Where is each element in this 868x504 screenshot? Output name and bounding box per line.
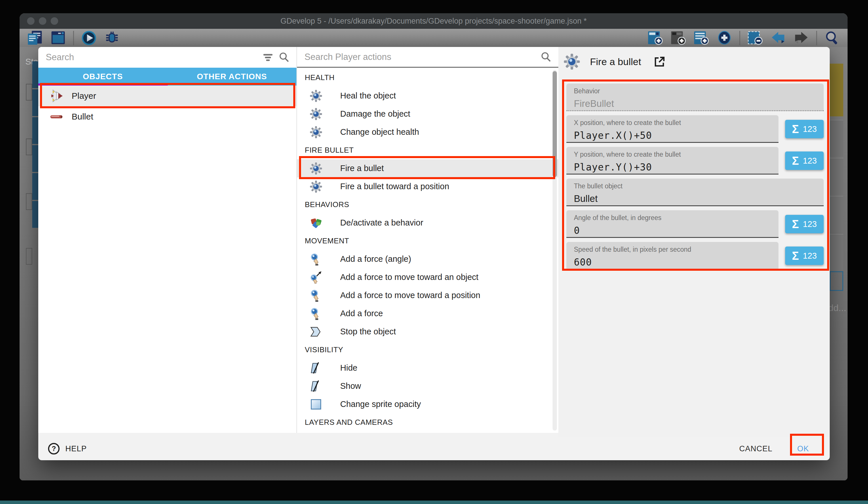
action-inspector-panel: Fire a bullet Behavior FireBullet X posi… xyxy=(558,47,830,437)
scene-editor-icon[interactable] xyxy=(50,30,66,46)
redo-icon[interactable] xyxy=(793,30,809,46)
action-item[interactable]: De/activate a behavior xyxy=(297,214,558,232)
event-block xyxy=(32,117,38,144)
object-item-player[interactable]: Player xyxy=(38,85,297,106)
actions-search-input[interactable] xyxy=(304,52,535,62)
section-header: MOVEMENT xyxy=(297,232,558,250)
tab-other-actions[interactable]: OTHER ACTIONS xyxy=(167,68,297,85)
undo-icon[interactable] xyxy=(770,30,786,46)
parameter-value[interactable]: Player.X()+50 xyxy=(574,130,771,141)
parameter-label: Behavior xyxy=(574,87,816,95)
action-item[interactable]: Damage the object xyxy=(297,105,558,123)
titlebar: GDevelop 5 - /Users/dkarakay/Documents/G… xyxy=(20,13,848,29)
event-block xyxy=(32,173,38,200)
dialog-footer: ? HELP CANCEL OK xyxy=(38,437,830,460)
section-header: VISIBILITY xyxy=(297,341,558,359)
actions-scrollbar[interactable] xyxy=(552,70,557,431)
event-block xyxy=(32,201,38,228)
objects-search-input[interactable] xyxy=(45,52,257,63)
parameter-value[interactable]: Player.Y()+30 xyxy=(574,162,771,173)
action-label: De/activate a behavior xyxy=(340,218,423,228)
desktop: GDevelop 5 - /Users/dkarakay/Documents/G… xyxy=(0,0,868,504)
gear-icon xyxy=(310,90,322,102)
svg-text:?: ? xyxy=(52,445,56,452)
action-item[interactable]: Fire a bullet toward a position xyxy=(297,178,558,195)
add-circle-icon[interactable] xyxy=(716,30,732,46)
action-item[interactable]: Fire a bullet xyxy=(297,159,558,178)
parameter-row: Speed of the bullet, in pixels per secon… xyxy=(566,242,824,270)
expression-editor-button[interactable]: Σ 123 xyxy=(785,120,824,138)
action-item[interactable]: Hide xyxy=(297,359,558,377)
action-editor-dialog: OBJECTS OTHER ACTIONS Player Bullet HEAL… xyxy=(38,47,830,460)
action-item[interactable]: Add a force xyxy=(297,304,558,323)
parameter-field[interactable]: Y position, where to create the bullet P… xyxy=(566,147,778,174)
gdevelop-window: GDevelop 5 - /Users/dkarakay/Documents/G… xyxy=(20,13,848,480)
toolbar-divider xyxy=(740,31,740,45)
main-toolbar xyxy=(20,29,848,47)
parameter-label: X position, where to create the bullet xyxy=(574,119,771,127)
force-icon xyxy=(310,289,322,302)
event-condition-box xyxy=(26,193,32,210)
actions-search-bar xyxy=(297,47,558,68)
action-item[interactable]: Add a force to move toward an object xyxy=(297,268,558,286)
action-label: Change object health xyxy=(340,127,419,137)
parameter-label: The bullet object xyxy=(574,182,816,190)
event-condition-box xyxy=(26,248,32,265)
expression-editor-button[interactable]: Σ 123 xyxy=(785,246,824,265)
parameter-field[interactable]: Angle of the bullet, in degrees 0 xyxy=(566,210,778,238)
remove-event-icon[interactable] xyxy=(747,30,763,46)
action-item[interactable]: Add a force (angle) xyxy=(297,250,558,268)
parameter-field[interactable]: Speed of the bullet, in pixels per secon… xyxy=(566,242,778,270)
object-label: Bullet xyxy=(72,112,93,122)
search-icon[interactable] xyxy=(824,30,840,46)
action-label: Add a force to move toward an object xyxy=(340,272,478,282)
object-item-bullet[interactable]: Bullet xyxy=(38,106,297,127)
inspector-header: Fire a bullet xyxy=(564,53,666,70)
parameter-row: Behavior FireBullet xyxy=(566,83,824,111)
add-event-icon[interactable] xyxy=(647,30,663,46)
event-row-remnant xyxy=(830,120,843,157)
gear-icon xyxy=(564,53,580,70)
parameter-value[interactable]: 600 xyxy=(574,256,771,268)
debug-icon[interactable] xyxy=(104,30,120,46)
action-label: Stop the object xyxy=(340,327,396,336)
parameter-row: Angle of the bullet, in degrees 0 Σ 123 xyxy=(566,210,824,238)
action-label: Add a force to move toward a position xyxy=(340,291,480,300)
add-comment-icon[interactable] xyxy=(670,30,686,46)
cancel-button[interactable]: CANCEL xyxy=(739,444,773,453)
force-icon xyxy=(310,253,322,265)
events-sheet-icon[interactable] xyxy=(27,30,43,46)
tab-objects[interactable]: OBJECTS xyxy=(38,68,167,85)
parameter-field[interactable]: The bullet object Bullet xyxy=(566,179,824,206)
action-label: Show xyxy=(340,381,361,391)
action-item[interactable]: Heal the object xyxy=(297,87,558,105)
action-item[interactable]: Show xyxy=(297,377,558,395)
action-item[interactable]: Change sprite opacity xyxy=(297,395,558,413)
gear-icon xyxy=(310,108,322,120)
filter-icon[interactable] xyxy=(262,52,273,63)
action-item[interactable]: Add a force to move toward a position xyxy=(297,286,558,304)
action-item[interactable]: Stop the object xyxy=(297,323,558,341)
hide-icon xyxy=(310,362,322,374)
selected-box-remnant xyxy=(830,271,843,291)
search-icon[interactable] xyxy=(540,52,551,62)
parameter-value[interactable]: Bullet xyxy=(574,193,816,204)
parameter-field[interactable]: X position, where to create the bullet P… xyxy=(566,115,778,143)
scrollbar-thumb[interactable] xyxy=(552,71,557,177)
event-block xyxy=(32,89,38,116)
help-button[interactable]: ? HELP xyxy=(48,442,87,455)
sigma-icon: Σ xyxy=(792,123,799,135)
expression-editor-button[interactable]: Σ 123 xyxy=(785,215,824,233)
parameter-value[interactable]: 0 xyxy=(574,225,771,236)
parameter-row: X position, where to create the bullet P… xyxy=(566,115,824,143)
behavior-icon xyxy=(310,216,322,229)
ok-button[interactable]: OK xyxy=(794,444,813,453)
force-icon xyxy=(310,307,322,320)
action-item[interactable]: Change object health xyxy=(297,123,558,141)
expression-123-label: 123 xyxy=(803,156,817,165)
play-icon[interactable] xyxy=(81,30,97,46)
add-subevents-icon[interactable] xyxy=(693,30,710,46)
open-in-new-icon[interactable] xyxy=(653,55,666,68)
expression-editor-button[interactable]: Σ 123 xyxy=(785,151,824,170)
search-icon[interactable] xyxy=(279,52,290,63)
